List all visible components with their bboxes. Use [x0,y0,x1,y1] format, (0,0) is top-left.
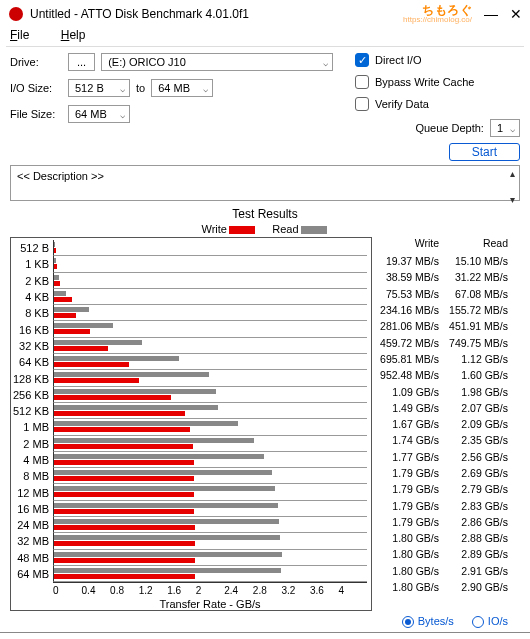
write-bar [54,297,72,302]
write-cell: 1.49 GB/s [374,402,443,414]
bar-chart: 512 B1 KB2 KB4 KB8 KB16 KB32 KB64 KB128 … [10,237,372,611]
x-tick: 2.4 [224,585,253,596]
x-tick: 3.6 [310,585,339,596]
io-size-label: I/O Size: [10,82,68,94]
write-bar [54,329,90,334]
direct-io-checkbox[interactable]: ✓Direct I/O [355,53,520,67]
write-cell: 75.53 MB/s [374,288,443,300]
read-cell: 2.07 GB/s [443,402,512,414]
read-bar [54,356,179,361]
chevron-down-icon: ⌵ [203,84,208,94]
write-bar [54,346,108,351]
drive-browse-button[interactable]: ... [68,53,95,71]
read-bar [54,389,216,394]
legend-read-swatch [301,226,327,234]
description-box[interactable]: << Description >> ▴ ▾ [10,165,520,201]
write-bar [54,476,194,481]
x-tick: 0.8 [110,585,139,596]
write-cell: 19.37 MB/s [374,255,443,267]
table-row: 459.72 MB/s749.75 MB/s [374,334,512,350]
chart-row: 12 MB [11,484,367,500]
results-panel: Test Results Write Read 512 B1 KB2 KB4 K… [0,207,530,632]
read-bar [54,568,281,573]
read-cell: 15.10 MB/s [443,255,512,267]
menu-help[interactable]: Help [61,28,100,42]
write-cell: 1.79 GB/s [374,516,443,528]
write-bar [54,378,139,383]
check-icon: ✓ [355,53,369,67]
divider [6,46,524,47]
read-bar [54,258,56,263]
y-tick: 4 KB [11,291,53,303]
close-button[interactable]: ✕ [510,6,522,22]
read-cell: 67.08 MB/s [443,288,512,300]
write-cell: 1.80 GB/s [374,532,443,544]
write-bar [54,248,56,253]
drive-label: Drive: [10,56,68,68]
scroll-down-icon[interactable]: ▾ [510,194,515,205]
write-cell: 1.67 GB/s [374,418,443,430]
y-tick: 2 MB [11,438,53,450]
chart-row: 1 MB [11,419,367,435]
chart-row: 2 MB [11,436,367,452]
y-tick: 512 KB [11,405,53,417]
drive-select[interactable]: (E:) ORICO J10⌵ [101,53,333,71]
y-tick: 256 KB [11,389,53,401]
verify-data-checkbox[interactable]: Verify Data [355,97,520,111]
write-cell: 281.06 MB/s [374,320,443,332]
radio-bytes[interactable]: Bytes/s [402,615,454,628]
read-cell: 2.86 GB/s [443,516,512,528]
start-button[interactable]: Start [449,143,520,161]
chart-row: 512 KB [11,403,367,419]
io-from-select[interactable]: 512 B⌵ [68,79,130,97]
io-to-select[interactable]: 64 MB⌵ [151,79,213,97]
read-cell: 2.89 GB/s [443,548,512,560]
write-bar [54,395,171,400]
write-cell: 1.80 GB/s [374,565,443,577]
read-cell: 31.22 MB/s [443,271,512,283]
chart-row: 4 KB [11,289,367,305]
write-cell: 1.79 GB/s [374,467,443,479]
chart-row: 128 KB [11,370,367,386]
radio-ios[interactable]: IO/s [472,615,508,628]
minimize-button[interactable]: — [484,6,498,22]
write-cell: 1.74 GB/s [374,434,443,446]
table-row: 1.80 GB/s2.91 GB/s [374,563,512,579]
read-bar [54,535,280,540]
results-title: Test Results [10,207,520,221]
read-cell: 2.35 GB/s [443,434,512,446]
queue-depth-select[interactable]: 1⌵ [490,119,520,137]
read-bar [54,486,275,491]
y-tick: 1 KB [11,258,53,270]
y-tick: 8 MB [11,470,53,482]
table-row: 1.80 GB/s2.89 GB/s [374,546,512,562]
write-cell: 695.81 MB/s [374,353,443,365]
bypass-cache-checkbox[interactable]: Bypass Write Cache [355,75,520,89]
chart-legend: Write Read [10,223,520,235]
read-bar [54,454,264,459]
watermark-sub: https://chimolog.co/ [403,16,472,24]
chart-row: 32 MB [11,533,367,549]
menu-file[interactable]: File [10,28,43,42]
chart-row: 1 KB [11,256,367,272]
write-bar [54,460,194,465]
read-bar [54,242,55,247]
write-bar [54,427,190,432]
y-tick: 32 KB [11,340,53,352]
table-row: 1.79 GB/s2.83 GB/s [374,497,512,513]
results-table: Write Read 19.37 MB/s15.10 MB/s38.59 MB/… [372,237,512,611]
write-bar [54,558,195,563]
x-axis: 00.40.81.21.622.42.83.23.64 [53,582,367,596]
io-to-label: to [136,82,145,94]
file-size-select[interactable]: 64 MB⌵ [68,105,130,123]
write-bar [54,444,193,449]
write-bar [54,492,194,497]
file-size-label: File Size: [10,108,68,120]
y-tick: 16 KB [11,324,53,336]
y-tick: 16 MB [11,503,53,515]
x-tick: 0 [53,585,82,596]
y-tick: 1 MB [11,421,53,433]
scroll-up-icon[interactable]: ▴ [510,168,515,179]
chart-row: 64 KB [11,354,367,370]
write-bar [54,525,195,530]
